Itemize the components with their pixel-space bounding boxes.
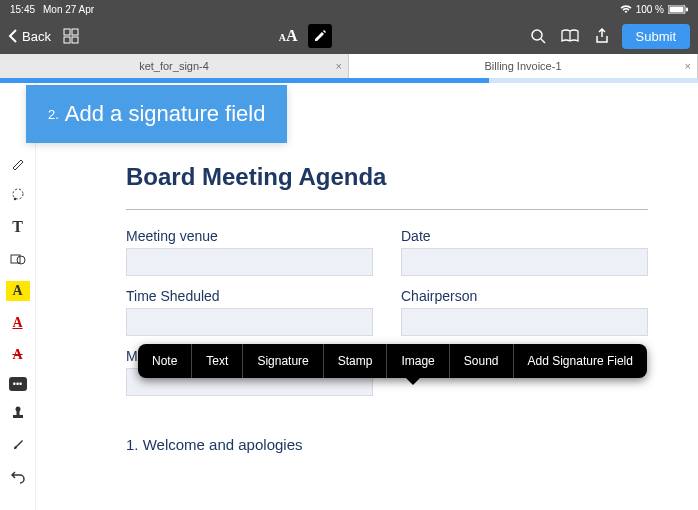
svg-rect-6 <box>72 37 78 43</box>
tutorial-callout: 2.Add a signature field <box>26 85 287 143</box>
svg-rect-5 <box>64 37 70 43</box>
strikethrough-tool[interactable]: A <box>6 345 30 365</box>
svg-rect-14 <box>16 411 19 415</box>
svg-point-13 <box>15 407 20 412</box>
field-chairperson: Chairperson <box>401 288 648 336</box>
app-toolbar: Back AA Submit <box>0 18 698 54</box>
document-tabs: ket_for_sign-4 × Billing Invoice-1 × <box>0 54 698 78</box>
battery-icon <box>668 5 688 14</box>
svg-rect-15 <box>13 415 23 418</box>
wifi-icon <box>620 5 632 14</box>
brush-tool[interactable] <box>6 435 30 455</box>
field-venue: Meeting venue <box>126 228 373 276</box>
tab-document-1[interactable]: ket_for_sign-4 × <box>0 54 349 78</box>
book-icon <box>561 29 579 43</box>
callout-step-number: 2. <box>48 107 59 122</box>
field-label: Meeting venue <box>126 228 373 244</box>
text-tool[interactable]: T <box>6 217 30 237</box>
menu-item-signature[interactable]: Signature <box>243 344 323 378</box>
menu-item-note[interactable]: Note <box>138 344 192 378</box>
highlight-tool[interactable]: A <box>6 281 30 301</box>
svg-rect-1 <box>670 6 684 12</box>
field-input[interactable] <box>126 308 373 336</box>
back-label: Back <box>22 29 51 44</box>
field-input[interactable] <box>401 248 648 276</box>
status-date: Mon 27 Apr <box>43 4 94 15</box>
menu-item-sound[interactable]: Sound <box>450 344 514 378</box>
workspace: T A A A ••• Board Meeting Agenda Meeting… <box>0 83 698 510</box>
menu-item-image[interactable]: Image <box>387 344 449 378</box>
document-title: Board Meeting Agenda <box>126 163 648 191</box>
callout-text: Add a signature field <box>65 101 266 126</box>
text-size-button[interactable]: AA <box>276 24 300 48</box>
divider <box>126 209 648 210</box>
search-button[interactable] <box>526 24 550 48</box>
menu-item-add-signature-field[interactable]: Add Signature Field <box>514 344 647 378</box>
edit-button[interactable] <box>308 24 332 48</box>
field-label: Time Sheduled <box>126 288 373 304</box>
pen-tool[interactable] <box>6 153 30 173</box>
submit-button[interactable]: Submit <box>622 24 690 49</box>
agenda-item-1: 1. Welcome and apologies <box>126 436 648 453</box>
tab-label: ket_for_sign-4 <box>139 60 209 72</box>
underline-tool[interactable]: A <box>6 313 30 333</box>
status-time: 15:45 <box>10 4 35 15</box>
grid-view-button[interactable] <box>59 24 83 48</box>
svg-rect-4 <box>72 29 78 35</box>
field-time: Time Sheduled <box>126 288 373 336</box>
stamp-tool[interactable] <box>6 403 30 423</box>
undo-tool[interactable] <box>6 467 30 487</box>
svg-rect-2 <box>686 7 688 11</box>
battery-percent: 100 % <box>636 4 664 15</box>
document-canvas[interactable]: Board Meeting Agenda Meeting venue Date … <box>36 83 698 510</box>
tab-document-2[interactable]: Billing Invoice-1 × <box>349 54 698 78</box>
shape-tool[interactable] <box>6 249 30 269</box>
field-label: Chairperson <box>401 288 648 304</box>
pencil-icon <box>313 29 327 43</box>
context-menu: Note Text Signature Stamp Image Sound Ad… <box>138 344 647 378</box>
chevron-left-icon <box>8 29 18 43</box>
grid-icon <box>63 28 79 44</box>
share-button[interactable] <box>590 24 614 48</box>
search-icon <box>530 28 546 44</box>
lasso-tool[interactable] <box>6 185 30 205</box>
annotation-toolbar: T A A A ••• <box>0 83 36 510</box>
share-icon <box>595 28 609 44</box>
field-input[interactable] <box>126 248 373 276</box>
tab-close-button[interactable]: × <box>685 60 691 72</box>
svg-point-7 <box>532 30 542 40</box>
text-size-icon: AA <box>279 27 298 45</box>
bookmarks-button[interactable] <box>558 24 582 48</box>
menu-item-stamp[interactable]: Stamp <box>324 344 388 378</box>
svg-point-10 <box>13 198 15 200</box>
field-label: Date <box>401 228 648 244</box>
menu-item-text[interactable]: Text <box>192 344 243 378</box>
svg-point-9 <box>13 189 23 199</box>
tab-close-button[interactable]: × <box>336 60 342 72</box>
ios-status-bar: 15:45 Mon 27 Apr 100 % <box>0 0 698 18</box>
field-date: Date <box>401 228 648 276</box>
svg-line-8 <box>541 39 545 43</box>
back-button[interactable]: Back <box>8 29 51 44</box>
field-input[interactable] <box>401 308 648 336</box>
svg-point-12 <box>17 256 25 264</box>
svg-rect-3 <box>64 29 70 35</box>
note-tool[interactable]: ••• <box>9 377 27 391</box>
tab-label: Billing Invoice-1 <box>484 60 561 72</box>
